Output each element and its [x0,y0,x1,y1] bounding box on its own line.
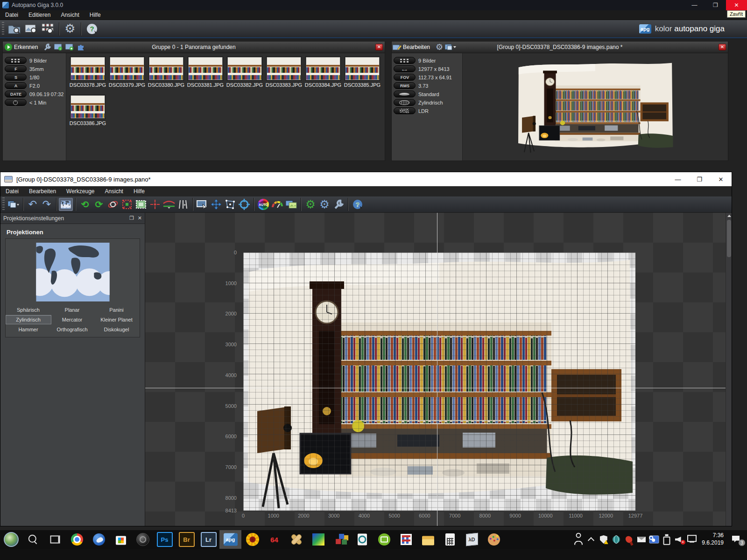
horizon-icon[interactable] [162,198,176,211]
projection-option[interactable]: Diskokugel [93,325,140,334]
target-icon[interactable] [237,198,251,211]
minimize-button[interactable]: — [684,0,705,10]
tray-icon[interactable] [660,530,673,549]
control-points-icon[interactable] [223,198,237,211]
toolbar-drag-handle[interactable] [2,22,4,36]
tray-icon[interactable] [622,530,635,549]
editor-canvas[interactable]: 0100020003000400050006000700080008413 01… [145,213,726,526]
taskbar-app-icon[interactable] [351,530,373,549]
editor-maximize-button[interactable]: ❐ [689,172,710,186]
editor-wrench-icon[interactable] [331,198,345,211]
taskbar-app-icon[interactable] [44,530,66,549]
tray-icon[interactable] [572,530,585,549]
menu-item[interactable]: Datei [0,187,24,196]
projection-option[interactable]: Zylindrisch [6,315,51,324]
image-info-icon[interactable]: i [53,42,64,52]
taskbar-app-icon[interactable] [395,530,417,549]
panorama-image[interactable] [243,252,635,511]
menu-item[interactable]: Hilfe [85,10,106,20]
rotate-3d-icon[interactable] [106,198,120,211]
panel-close-icon[interactable]: ✕ [138,215,142,221]
projection-option[interactable]: Mercator [51,315,93,324]
levels-icon[interactable] [270,198,284,211]
maximize-button[interactable]: ❐ [705,0,726,10]
settings-gear-icon[interactable]: ⚙ [62,21,78,37]
menu-item[interactable]: Hilfe [128,187,150,196]
verticals-icon[interactable] [176,198,190,211]
thumbnail-image[interactable] [345,57,380,80]
preview-image-dropdown-icon[interactable] [445,42,456,52]
menu-item[interactable]: Ansicht [100,187,128,196]
taskbar-app-icon[interactable] [373,530,395,549]
tray-icon[interactable] [635,530,648,549]
thumbnail-image[interactable] [110,57,144,80]
detect-grid-search-icon[interactable] [40,21,56,37]
taskbar-app-icon[interactable] [417,530,439,549]
thumbnail-image[interactable] [149,57,183,80]
help-icon[interactable]: ? [84,21,100,37]
notification-center-icon[interactable]: 3 [728,530,747,549]
tray-icon[interactable] [648,530,660,549]
scale-icon[interactable] [120,198,134,211]
menu-item[interactable]: Bearbeiten [24,187,61,196]
menu-item[interactable]: Ansicht [56,10,84,20]
mask-icon[interactable] [134,198,148,211]
image-add-icon[interactable] [64,42,75,52]
taskbar-app-icon[interactable] [110,530,132,549]
taskbar-app-icon[interactable] [439,530,461,549]
tray-icon[interactable] [685,530,698,549]
open-images-search-icon[interactable] [23,21,40,37]
taskbar-app-icon[interactable] [461,530,483,549]
thumbnail-image[interactable] [227,57,262,80]
rotate-left-icon[interactable]: ⟲ [78,198,92,211]
menu-item[interactable]: Datei [0,10,23,20]
menu-item[interactable]: Werkzeuge [61,187,99,196]
tray-icon[interactable] [597,530,610,549]
detect-close-icon[interactable]: ✕ [375,44,383,50]
rotate-right-icon[interactable]: ⟳ [92,198,106,211]
thumbnail-image[interactable] [306,57,340,80]
taskbar-app-icon[interactable] [66,530,88,549]
taskbar-app-icon[interactable] [197,530,219,549]
tray-icon[interactable] [673,530,685,549]
select-region-icon[interactable] [195,198,209,211]
layers-icon[interactable] [284,198,298,211]
move-icon[interactable] [209,198,223,211]
projection-map-icon[interactable] [59,198,73,211]
taskbar-app-icon[interactable] [22,530,44,549]
undo-icon[interactable]: ↶ [26,198,40,211]
projection-option[interactable]: Panini [93,305,140,315]
editor-close-button[interactable]: ✕ [710,172,732,186]
projection-option[interactable]: Hammer [6,325,51,334]
thumbnail-image[interactable] [188,57,223,80]
thumbnail-image[interactable] [70,95,105,119]
editor-help-icon[interactable]: ? [351,198,365,211]
taskbar-app-icon[interactable] [132,530,154,549]
open-folder-search-icon[interactable] [6,21,23,37]
taskbar-app-icon[interactable] [285,530,307,549]
taskbar-app-icon[interactable] [88,530,110,549]
taskbar-app-icon[interactable] [307,530,329,549]
scroll-thumb[interactable] [727,220,731,257]
vertical-scrollbar[interactable] [726,213,732,526]
tray-icon[interactable] [585,530,597,549]
menu-item[interactable]: Editieren [23,10,56,20]
taskbar-app-icon[interactable] [176,530,197,549]
projection-option[interactable]: Planar [51,305,93,315]
plugin-puzzle-icon[interactable] [75,42,86,52]
clock[interactable]: 7:36 9.6.2019 [698,532,728,546]
save-dropdown-icon[interactable] [7,198,21,211]
tray-icon[interactable] [610,530,622,549]
auto-color-icon[interactable]: AUTO [256,198,270,211]
edit-close-icon[interactable]: ✕ [719,44,726,50]
taskbar-app-icon[interactable] [0,530,22,549]
taskbar-app-icon[interactable] [483,530,505,549]
scroll-up-arrow[interactable] [726,213,732,219]
taskbar-app-icon[interactable] [263,530,285,549]
taskbar-app-icon[interactable] [219,530,241,549]
projection-option[interactable]: Sphärisch [6,305,51,315]
taskbar-app-icon[interactable] [154,530,176,549]
center-point-icon[interactable] [148,198,162,211]
close-button[interactable]: ✕ [726,0,747,10]
thumbnail-image[interactable] [267,57,301,80]
